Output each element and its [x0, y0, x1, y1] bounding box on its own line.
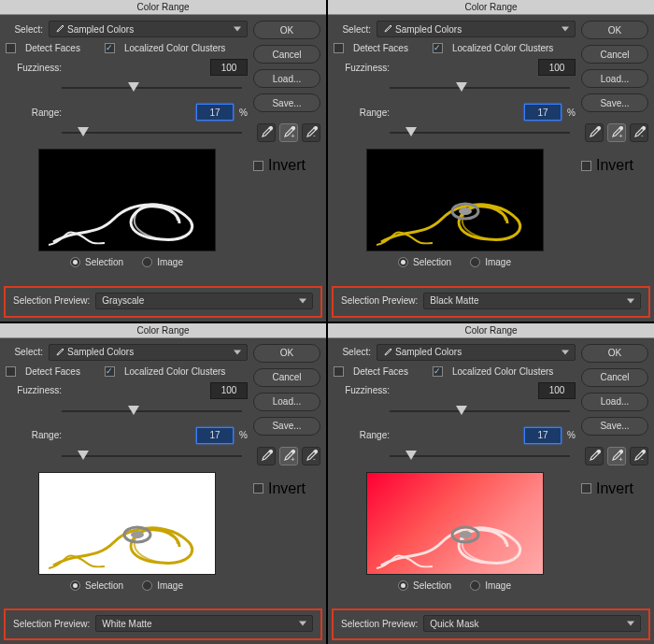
detect-faces-label: Detect Faces: [25, 366, 80, 377]
save-button[interactable]: Save...: [253, 93, 320, 112]
load-button[interactable]: Load...: [581, 393, 648, 411]
range-label: Range:: [334, 107, 390, 118]
range-percent-label: %: [567, 430, 576, 440]
selection-radio[interactable]: Selection: [398, 257, 451, 267]
ok-button[interactable]: OK: [253, 344, 320, 363]
svg-point-3: [459, 208, 472, 215]
detect-faces-checkbox[interactable]: [6, 43, 16, 53]
cancel-button[interactable]: Cancel: [253, 45, 320, 64]
range-label: Range:: [6, 107, 62, 118]
fuzziness-input[interactable]: [538, 59, 576, 76]
range-input[interactable]: [524, 104, 562, 121]
detect-faces-checkbox[interactable]: [6, 366, 16, 377]
selection-radio[interactable]: Selection: [70, 580, 123, 591]
image-radio-label: Image: [485, 580, 511, 591]
eyedropper-tool[interactable]: [585, 447, 604, 465]
save-button[interactable]: Save...: [253, 417, 320, 436]
localized-clusters-label: Localized Color Clusters: [452, 43, 553, 53]
localized-clusters-checkbox[interactable]: [105, 43, 115, 53]
dialog-titlebar: Color Range: [0, 323, 326, 338]
select-dropdown[interactable]: Sampled Colors: [377, 344, 576, 361]
color-range-dialog: Color Range Select: Sampled Colors Detec…: [0, 0, 326, 322]
selection-preview-value: Black Matte: [430, 295, 478, 306]
selection-preview-dropdown[interactable]: Grayscale: [95, 293, 313, 309]
eyedropper-tool[interactable]: [257, 447, 276, 465]
range-label: Range:: [334, 430, 390, 440]
range-input[interactable]: [196, 104, 234, 121]
selection-radio[interactable]: Selection: [398, 580, 451, 591]
svg-text:-: -: [641, 131, 644, 139]
select-dropdown[interactable]: Sampled Colors: [49, 344, 248, 361]
eyedropper-plus-icon: +: [282, 450, 295, 463]
range-input[interactable]: [196, 427, 234, 444]
svg-text:+: +: [291, 132, 295, 139]
invert-checkbox[interactable]: [253, 161, 263, 171]
selection-preview-dropdown[interactable]: Black Matte: [423, 293, 641, 309]
select-dropdown[interactable]: Sampled Colors: [49, 21, 248, 37]
select-value: Sampled Colors: [67, 24, 134, 35]
selection-preview-row: Selection Preview: Grayscale: [4, 286, 322, 318]
load-button[interactable]: Load...: [581, 69, 648, 88]
fuzziness-slider[interactable]: [390, 405, 570, 418]
fuzziness-slider[interactable]: [390, 81, 570, 94]
eyedropper-subtract-tool[interactable]: -: [302, 123, 320, 142]
ok-button[interactable]: OK: [253, 21, 320, 39]
range-slider[interactable]: [390, 450, 570, 463]
select-dropdown[interactable]: Sampled Colors: [377, 21, 576, 37]
range-slider[interactable]: [62, 450, 242, 463]
image-radio-label: Image: [157, 580, 183, 591]
fuzziness-input[interactable]: [210, 59, 248, 76]
invert-checkbox[interactable]: [581, 483, 591, 494]
eyedropper-tool[interactable]: [585, 123, 604, 142]
fuzziness-slider[interactable]: [62, 405, 242, 418]
fuzziness-label: Fuzziness:: [334, 385, 390, 395]
invert-checkbox[interactable]: [253, 483, 263, 494]
cancel-button[interactable]: Cancel: [581, 45, 648, 64]
image-radio[interactable]: Image: [470, 580, 511, 591]
range-input[interactable]: [524, 427, 562, 444]
eyedropper-subtract-tool[interactable]: -: [302, 447, 320, 465]
invert-checkbox[interactable]: [581, 161, 591, 171]
selection-radio[interactable]: Selection: [70, 257, 123, 267]
localized-clusters-checkbox[interactable]: [433, 43, 443, 53]
range-slider[interactable]: [62, 126, 242, 139]
ok-button[interactable]: OK: [581, 21, 648, 39]
eyedropper-subtract-tool[interactable]: -: [630, 447, 648, 465]
svg-text:+: +: [618, 132, 623, 139]
eyedropper-add-tool[interactable]: +: [607, 447, 626, 465]
dialog-titlebar: Color Range: [328, 323, 654, 338]
selection-preview-row: Selection Preview: White Matte: [4, 608, 322, 640]
load-button[interactable]: Load...: [253, 393, 320, 411]
range-label: Range:: [6, 430, 62, 440]
localized-clusters-checkbox[interactable]: [433, 366, 443, 377]
save-button[interactable]: Save...: [581, 93, 648, 112]
image-radio[interactable]: Image: [142, 257, 183, 267]
cancel-button[interactable]: Cancel: [581, 368, 648, 387]
selection-radio-label: Selection: [413, 580, 451, 591]
eyedropper-plus-icon: +: [610, 450, 623, 463]
eyedropper-add-tool[interactable]: +: [279, 447, 298, 465]
selection-preview-dropdown[interactable]: Quick Mask: [423, 615, 641, 632]
ok-button[interactable]: OK: [581, 344, 648, 363]
selection-preview-dropdown[interactable]: White Matte: [95, 615, 313, 632]
detect-faces-checkbox[interactable]: [334, 366, 344, 377]
eyedropper-add-tool[interactable]: +: [279, 123, 298, 142]
fuzziness-input[interactable]: [210, 382, 248, 399]
range-slider[interactable]: [390, 126, 570, 139]
fuzziness-slider[interactable]: [62, 81, 242, 94]
eyedropper-subtract-tool[interactable]: -: [630, 123, 648, 142]
selection-preview-label: Selection Preview:: [341, 295, 418, 306]
fuzziness-input[interactable]: [538, 382, 576, 399]
selection-radio-label: Selection: [85, 257, 123, 267]
load-button[interactable]: Load...: [253, 69, 320, 88]
localized-clusters-checkbox[interactable]: [105, 366, 115, 377]
image-radio[interactable]: Image: [470, 257, 511, 267]
eyedropper-tool[interactable]: [257, 123, 276, 142]
eyedropper-add-tool[interactable]: +: [607, 123, 626, 142]
detect-faces-checkbox[interactable]: [334, 43, 344, 53]
eyedropper-icon: [588, 126, 601, 139]
image-radio[interactable]: Image: [142, 580, 183, 591]
save-button[interactable]: Save...: [581, 417, 648, 436]
cancel-button[interactable]: Cancel: [253, 368, 320, 387]
fuzziness-label: Fuzziness:: [334, 63, 390, 73]
